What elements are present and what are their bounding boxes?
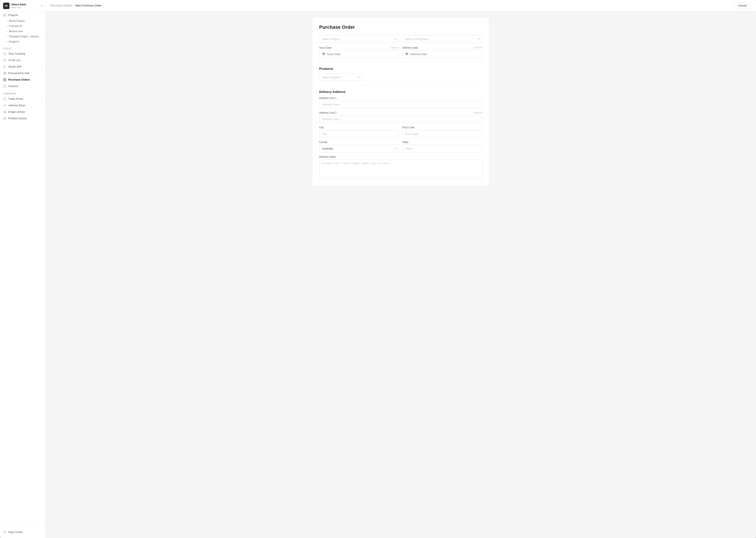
content-area: Purchase Order Select Project ▾ Select S… — [45, 11, 756, 538]
city-label: City — [319, 126, 399, 129]
sidebar-sub-demo[interactable]: ▾ Demo Project — [0, 18, 45, 24]
sidebar-item-todo[interactable]: To-Do List — [0, 57, 45, 64]
sidebar-sub-label: Cremore St — [9, 25, 22, 27]
breadcrumb: Purchase Orders / New Purchase Order — [51, 4, 101, 7]
sidebar-item-studio-wip[interactable]: Studio WIP ▾ — [0, 64, 45, 70]
postcode-input[interactable] — [403, 130, 482, 137]
supplier-chevron-icon: ▾ — [358, 76, 360, 79]
delivery-date-field[interactable] — [410, 52, 479, 56]
county-label: County — [319, 141, 399, 144]
county-group: County Australia ▾ — [319, 141, 399, 152]
postcode-group: Post Code — [403, 126, 482, 137]
sidebar-item-address-book[interactable]: Address Book — [0, 102, 45, 109]
help-icon — [3, 530, 7, 534]
sidebar: VK Velora Klein Alice Lee ▾ Projects ▾ D… — [0, 0, 45, 538]
cancel-button[interactable]: Cancel — [734, 2, 751, 9]
postcode-label: Post Code — [403, 126, 482, 129]
delivery-address-title: Delivery Address — [319, 90, 482, 93]
sidebar-item-label: Studio WIP — [8, 65, 22, 68]
county-chevron-icon: ▾ — [395, 147, 396, 150]
issue-date-input[interactable]: 📅 — [319, 50, 399, 58]
state-input[interactable] — [403, 145, 482, 152]
invoices-icon — [3, 84, 7, 88]
sidebar-item-trade-portal[interactable]: Trade Portal ▾ — [0, 96, 45, 102]
product-library-icon — [3, 117, 7, 120]
select-schedules-dropdown[interactable]: Select Schedule(s) ▾ — [403, 35, 482, 43]
tools-section-label: TOOLS — [0, 44, 45, 51]
project-chevron-icon: ▾ — [395, 37, 396, 40]
sidebar-sub-benson[interactable]: ▾ Benson Ave — [0, 29, 45, 34]
user-menu-chevron: ▾ — [41, 5, 42, 7]
county-dropdown[interactable]: Australia ▾ — [319, 145, 399, 152]
sidebar-item-image-library[interactable]: Image Library — [0, 109, 45, 115]
sidebar-item-product-library[interactable]: Product Library — [0, 115, 45, 122]
issue-date-label: Issue Date Optional — [319, 46, 399, 49]
issue-date-field[interactable] — [327, 52, 396, 56]
breadcrumb-current: New Purchase Order — [75, 4, 101, 7]
city-group: City — [319, 126, 399, 137]
sidebar-item-purchase-orders[interactable]: Purchase Orders — [0, 77, 45, 83]
sidebar-item-time-tracking[interactable]: Time Tracking — [0, 51, 45, 57]
avatar: VK — [3, 3, 10, 9]
sidebar-sub-project5[interactable]: ▾ Project 5 — [0, 39, 45, 44]
address-line2-group: Address Line 2 Optional — [319, 111, 482, 123]
sidebar-item-label: Invoices — [8, 85, 18, 88]
sidebar-item-procurement[interactable]: Procurement Hub — [0, 70, 45, 77]
sidebar-item-label: Trade Portal — [8, 97, 23, 100]
sidebar-footer-label: Help Centre — [8, 531, 23, 534]
svg-rect-15 — [4, 98, 6, 100]
delivery-date-label: Delivery Date Optional — [403, 46, 482, 49]
address-line1-input[interactable] — [319, 101, 482, 108]
project-schedule-row: Select Project ▾ Select Schedule(s) ▾ — [319, 35, 482, 43]
sidebar-sub-label: Template Project - Interior... — [9, 35, 41, 38]
breadcrumb-parent[interactable]: Purchase Orders — [51, 4, 72, 7]
purchase-orders-icon — [3, 78, 7, 81]
calendar-icon: 📅 — [405, 53, 409, 56]
topbar: Purchase Orders / New Purchase Order Can… — [45, 0, 756, 11]
sidebar-header[interactable]: VK Velora Klein Alice Lee ▾ — [0, 0, 45, 12]
trade-chevron: ▾ — [41, 98, 42, 100]
sidebar-sub-cremore[interactable]: ▾ Cremore St — [0, 24, 45, 29]
projects-icon — [3, 13, 7, 17]
procurement-icon — [3, 72, 7, 75]
delivery-notes-textarea[interactable] — [319, 159, 482, 179]
sidebar-item-label: Projects — [8, 14, 18, 17]
main-area: Purchase Orders / New Purchase Order Can… — [45, 0, 756, 538]
county-value: Australia — [322, 147, 333, 150]
address-line2-label: Address Line 2 Optional — [319, 111, 482, 114]
sidebar-item-help[interactable]: Help Centre — [3, 529, 42, 535]
sidebar-item-label: Address Book — [8, 104, 25, 107]
svg-rect-1 — [5, 14, 6, 15]
select-supplier-label: Select Supplier — [322, 76, 341, 79]
time-tracking-icon — [3, 52, 7, 56]
select-schedules-label: Select Schedule(s) — [405, 37, 429, 41]
address-line1-group: Address Line 1 — [319, 97, 482, 108]
select-project-label: Select Project — [322, 37, 339, 41]
state-label: State — [403, 141, 482, 144]
delivery-date-group: Delivery Date Optional 📅 — [403, 46, 482, 58]
city-input[interactable] — [319, 130, 399, 137]
svg-rect-17 — [4, 111, 6, 113]
sidebar-item-label: Procurement Hub — [8, 72, 30, 75]
delivery-date-input[interactable]: 📅 — [403, 50, 482, 58]
sidebar-sub-label: Benson Ave — [9, 30, 23, 33]
image-library-icon — [3, 110, 7, 114]
select-project-dropdown[interactable]: Select Project ▾ — [319, 35, 399, 43]
user-info: Velora Klein Alice Lee — [11, 3, 41, 9]
todo-icon — [3, 59, 7, 62]
address-book-icon — [3, 104, 7, 107]
svg-rect-12 — [5, 74, 6, 75]
sidebar-item-label: To-Do List — [8, 59, 20, 62]
sidebar-sub-template[interactable]: ▾ Template Project - Interior... — [0, 34, 45, 39]
address-line1-label: Address Line 1 — [319, 97, 482, 100]
sidebar-item-label: Image Library — [8, 110, 25, 113]
sidebar-item-projects[interactable]: Projects — [0, 12, 45, 18]
svg-rect-2 — [3, 15, 5, 17]
svg-rect-8 — [4, 67, 5, 68]
delivery-notes-label: Delivery Notes — [319, 155, 482, 158]
sidebar-item-invoices[interactable]: Invoices — [0, 83, 45, 89]
state-group: State — [403, 141, 482, 152]
select-supplier-dropdown[interactable]: Select Supplier ▾ — [319, 74, 362, 81]
form-title: Purchase Order — [319, 25, 482, 30]
address-line2-input[interactable] — [319, 115, 482, 123]
